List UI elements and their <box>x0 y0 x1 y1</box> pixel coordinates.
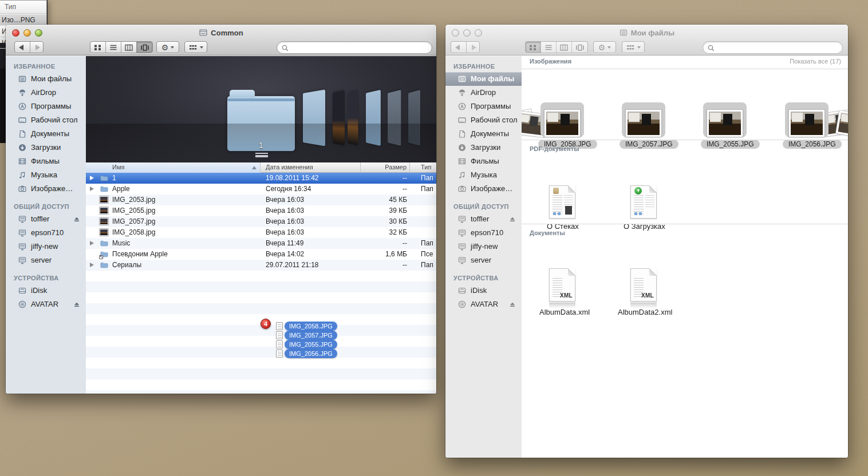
sidebar-item-epson710[interactable]: epson710 <box>6 226 86 240</box>
search-input[interactable] <box>717 42 839 53</box>
eject-icon[interactable] <box>508 300 516 308</box>
sidebar-item-downloads[interactable]: Загрузки <box>6 141 86 154</box>
sidebar-item-airdrop[interactable]: AirDrop <box>6 86 86 100</box>
image-thumbnail[interactable] <box>707 110 743 137</box>
table-row[interactable]: 119.08.2011 15:42--Пап <box>86 173 436 184</box>
dragged-file-icon <box>276 322 283 330</box>
image-file-icon <box>100 207 108 214</box>
search-field[interactable] <box>277 41 432 54</box>
column-header-size[interactable]: Размер <box>361 162 410 173</box>
sidebar-item-applications[interactable]: Программы <box>6 100 86 113</box>
disclosure-triangle-icon[interactable] <box>90 187 94 191</box>
search-input[interactable] <box>291 42 428 53</box>
sidebar-item-avatar[interactable]: AVATAR <box>445 298 522 311</box>
xml-document-icon[interactable]: XML <box>630 268 657 302</box>
table-row[interactable]: IMG_2057.jpgВчера 16:0330 КБ <box>86 216 436 227</box>
table-row[interactable]: IMG_2058.jpgВчера 16:0332 КБ <box>86 227 436 238</box>
table-row[interactable]: Псевдоним AppleВчера 14:021,6 МБПсе <box>86 249 436 260</box>
titlebar[interactable]: Мои файлы ⚙ <box>445 25 848 55</box>
list-item[interactable]: Изо…PNG <box>0 14 46 26</box>
sort-ascending-icon <box>252 166 257 169</box>
coverflow-resize-handle[interactable] <box>255 153 268 157</box>
file-label[interactable]: AlbumData.xml <box>539 308 590 317</box>
sidebar-item-music[interactable]: Музыка <box>6 168 86 182</box>
sidebar-item-pictures[interactable]: Изображе… <box>6 182 86 196</box>
action-menu-button[interactable]: ⚙ <box>593 41 616 53</box>
coverflow-view[interactable]: 1 <box>86 56 436 162</box>
dragged-file[interactable]: IMG_2057.JPG <box>285 331 337 340</box>
search-field[interactable] <box>703 41 843 54</box>
computer-icon <box>18 242 27 251</box>
pdf-document-icon[interactable] <box>549 185 575 219</box>
sidebar-item-my-files[interactable]: Мои файлы <box>445 72 522 86</box>
sidebar-section-devices: УСТРОЙСТВА iDisk AVATAR <box>445 272 522 311</box>
titlebar[interactable]: Common ⚙ <box>6 25 436 55</box>
table-row[interactable]: IMG_2053.jpgВчера 16:0345 КБ <box>86 195 436 205</box>
column-header-date[interactable]: Дата изменения <box>261 162 361 173</box>
table-row[interactable]: IMG_2055.jpgВчера 16:0339 КБ <box>86 205 436 216</box>
xml-document-icon[interactable]: XML <box>549 268 575 302</box>
coverflow-view-button[interactable] <box>572 42 587 53</box>
sidebar-item-music[interactable]: Музыка <box>445 168 522 182</box>
column-header-type[interactable]: Тип <box>410 162 436 173</box>
sidebar-item-idisk[interactable]: iDisk <box>6 284 86 298</box>
sidebar-item-documents[interactable]: Документы <box>445 127 522 141</box>
forward-button[interactable] <box>30 42 44 53</box>
column-header-name[interactable]: Имя <box>86 162 261 173</box>
sidebar-item-movies[interactable]: Фильмы <box>445 154 522 168</box>
column-view-button[interactable] <box>557 42 572 53</box>
image-thumbnail[interactable] <box>789 110 824 137</box>
column-header-type[interactable]: Тип <box>0 1 46 14</box>
disclosure-triangle-icon[interactable] <box>90 263 94 267</box>
chevron-down-icon <box>200 46 203 49</box>
dragged-file[interactable]: IMG_2055.JPG <box>285 340 337 349</box>
sidebar-item-my-files[interactable]: Мои файлы <box>6 72 86 86</box>
my-files-icon <box>18 74 27 84</box>
icon-view-button[interactable] <box>90 42 106 53</box>
disclosure-triangle-icon[interactable] <box>90 176 94 180</box>
column-view-button[interactable] <box>121 42 137 53</box>
pdf-document-icon[interactable] <box>630 185 657 219</box>
image-thumbnail[interactable] <box>626 110 661 137</box>
arrange-menu-button[interactable] <box>184 41 207 53</box>
list-view-button[interactable] <box>541 42 557 53</box>
sidebar-item-epson710[interactable]: epson710 <box>445 226 522 240</box>
action-menu-button[interactable]: ⚙ <box>156 41 179 53</box>
coverflow-view-button[interactable] <box>137 42 152 53</box>
sidebar-item-server[interactable]: server <box>445 253 522 267</box>
back-button[interactable] <box>15 42 29 53</box>
sidebar-item-airdrop[interactable]: AirDrop <box>445 86 522 100</box>
sidebar-item-jiffy-new[interactable]: jiffy-new <box>6 240 86 253</box>
back-button[interactable] <box>451 42 465 53</box>
file-label[interactable]: AlbumData2.xml <box>618 308 672 317</box>
show-all-link[interactable]: Показать все (17) <box>790 58 841 65</box>
arrange-menu-button[interactable] <box>622 41 645 53</box>
sidebar-item-downloads[interactable]: Загрузки <box>445 141 522 154</box>
forward-button[interactable] <box>466 42 480 53</box>
dragged-file[interactable]: IMG_2058.JPG <box>285 322 337 331</box>
table-row[interactable]: MusicВчера 11:49--Пап <box>86 238 436 249</box>
table-row[interactable]: AppleСегодня 16:34--Пап <box>86 184 436 195</box>
image-thumbnail[interactable] <box>545 110 580 137</box>
sidebar-item-desktop[interactable]: Рабочий стол <box>6 113 86 127</box>
list-view-button[interactable] <box>106 42 121 53</box>
sidebar-item-pictures[interactable]: Изображе… <box>445 182 522 196</box>
sidebar-item-jiffy-new[interactable]: jiffy-new <box>445 240 522 253</box>
sidebar-item-server[interactable]: server <box>6 253 86 267</box>
sidebar-item-avatar[interactable]: AVATAR <box>6 298 86 311</box>
sidebar-item-documents[interactable]: Документы <box>6 127 86 141</box>
sidebar-item-movies[interactable]: Фильмы <box>6 154 86 168</box>
disclosure-triangle-icon[interactable] <box>90 241 94 245</box>
section-header-pdf: PDF-документы <box>522 140 848 164</box>
sidebar-item-toffler[interactable]: toffler <box>6 212 86 226</box>
sidebar-item-idisk[interactable]: iDisk <box>445 284 522 298</box>
dragged-file[interactable]: IMG_2056.JPG <box>285 349 337 358</box>
eject-icon[interactable] <box>73 300 81 308</box>
eject-icon[interactable] <box>508 215 516 223</box>
sidebar-item-desktop[interactable]: Рабочий стол <box>445 113 522 127</box>
table-row[interactable]: Сериалы29.07.2011 21:18--Пап <box>86 260 436 271</box>
sidebar-item-toffler[interactable]: toffler <box>445 212 522 226</box>
eject-icon[interactable] <box>73 215 81 223</box>
sidebar-item-applications[interactable]: Программы <box>445 100 522 113</box>
icon-view-button[interactable] <box>526 42 541 53</box>
